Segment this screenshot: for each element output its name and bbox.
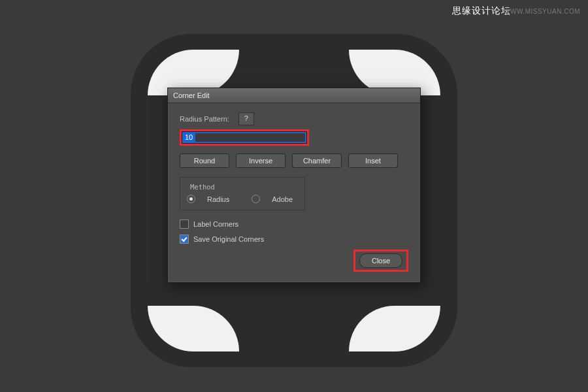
checkbox-save-original[interactable] [180,235,189,244]
method-fieldset: Method Radius Adobe [180,177,305,210]
radius-value: 10 [182,133,195,142]
round-button[interactable]: Round [180,154,229,168]
radio-radius[interactable] [187,195,195,203]
radius-input[interactable]: 10 [182,131,307,144]
method-legend: Method [188,183,217,191]
save-original-text: Save Original Corners [193,235,264,243]
highlight-close-button: Close [353,250,408,272]
chamfer-button[interactable]: Chamfer [292,154,342,168]
watermark-url: WWW.MISSYUAN.COM [504,8,580,15]
dialog-title: Corner Edit [168,88,420,103]
watermark-cn: 思缘设计论坛 [452,5,511,17]
radio-radius-label: Radius [207,195,229,203]
highlight-radius-input: 10 [180,129,309,146]
close-button[interactable]: Close [359,253,402,268]
checkbox-label-corners[interactable] [180,220,189,229]
inset-button[interactable]: Inset [348,154,398,168]
radio-adobe-label: Adobe [272,195,293,203]
radio-adobe[interactable] [252,195,260,203]
label-corners-text: Label Corners [193,220,238,228]
inverse-button[interactable]: Inverse [236,154,286,168]
help-button[interactable]: ? [238,112,254,125]
radius-pattern-label: Radius Pattern: [180,115,229,123]
corner-edit-dialog: Corner Edit Radius Pattern: ? 10 Round I… [167,88,421,283]
